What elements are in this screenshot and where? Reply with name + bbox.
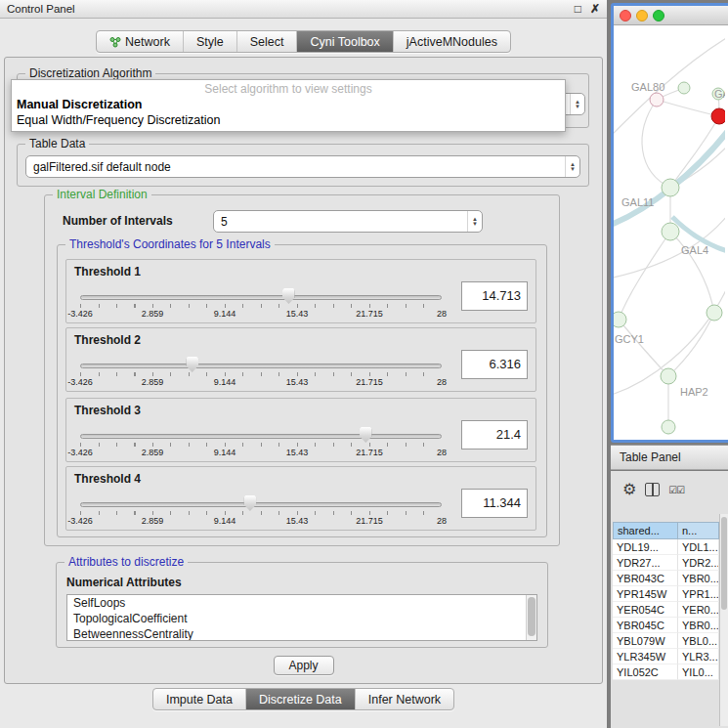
dropdown-item-manual-discretization[interactable]: Manual Discretization (12, 97, 565, 112)
network-node[interactable] (662, 420, 675, 434)
tab-style[interactable]: Style (184, 31, 237, 52)
table-panel-header: Table Panel (611, 445, 728, 470)
slider-track[interactable] (80, 295, 442, 300)
numerical-attributes-list[interactable]: SelfLoopsTopologicalCoefficientBetweenne… (66, 594, 537, 641)
stepper-down-icon: ▼ (472, 222, 478, 227)
columns-icon[interactable] (645, 483, 660, 496)
tab-infer-network[interactable]: Infer Network (356, 689, 453, 709)
close-button[interactable] (620, 10, 631, 21)
numerical-attribute-item[interactable]: TopologicalCoefficient (67, 611, 536, 626)
tab-cyni-toolbox[interactable]: Cyni Toolbox (297, 31, 393, 52)
control-panel-window: Control Panel □ ✗ Network Style Select C… (0, 0, 607, 728)
threshold-value-field[interactable]: 11.344 (461, 489, 528, 518)
slider-scale-label: 15.43 (286, 309, 309, 319)
table-cell[interactable]: YLR345W (613, 649, 678, 664)
threshold-slider[interactable]: -3.4262.8599.14415.4321.71528 (80, 500, 442, 528)
threshold-label: Threshold 4 (74, 472, 141, 486)
network-node[interactable] (707, 305, 722, 321)
table-cell[interactable]: YPR1... (678, 586, 719, 602)
table-cell[interactable]: YDR27... (613, 555, 678, 571)
table-cell[interactable]: YLR3... (678, 649, 719, 664)
threshold-panel: Threshold 1 -3.4262.8599.14415.4321.7152… (65, 259, 536, 323)
slider-handle[interactable] (360, 427, 372, 443)
table-cell[interactable]: YDR2... (678, 555, 719, 571)
zoom-button[interactable] (653, 10, 664, 21)
table-row[interactable]: YBL079WYBL0... (613, 633, 719, 649)
column-header[interactable]: n... (678, 522, 719, 539)
table-cell[interactable]: YPR145W (613, 586, 678, 602)
table-row[interactable]: YLR345WYLR3... (613, 649, 719, 664)
network-node-selected[interactable] (711, 108, 725, 124)
table-cell[interactable]: YER054C (613, 602, 678, 618)
table-cell[interactable]: YBL079W (613, 633, 678, 649)
gear-icon[interactable]: ⚙ (622, 482, 636, 497)
slider-track[interactable] (80, 434, 442, 439)
table-row[interactable]: YBR045CYBR0... (613, 618, 719, 633)
network-node[interactable] (614, 312, 626, 327)
table-row[interactable]: YPR145WYPR1... (613, 586, 719, 602)
column-header[interactable]: shared... (613, 522, 678, 539)
table-header-row: shared... n... (613, 522, 719, 539)
table-cell[interactable]: YBR045C (613, 618, 678, 633)
table-cell[interactable]: YIL052C (613, 664, 678, 680)
table-cell[interactable]: YDL1... (678, 539, 719, 555)
list-scrollbar[interactable] (526, 595, 536, 640)
table-row[interactable]: YIL052CYIL0... (613, 664, 719, 680)
network-window-titlebar (614, 6, 728, 25)
cyni-mode-tabs: Impute Data Discretize Data Infer Networ… (152, 688, 454, 710)
threshold-value-field[interactable]: 21.4 (461, 420, 528, 450)
table-cell[interactable]: YBR0... (678, 618, 719, 633)
scrollbar-thumb[interactable] (528, 597, 535, 636)
slider-handle[interactable] (282, 288, 295, 304)
table-data-combo[interactable]: galFiltered.sif default node ▲ ▼ (25, 155, 580, 178)
table-row[interactable]: YBR043CYBR0... (613, 571, 719, 586)
dropdown-item-equal-width-frequency[interactable]: Equal Width/Frequency Discretization (12, 112, 565, 128)
table-scrollbar[interactable] (719, 514, 728, 726)
float-window-icon[interactable]: □ (575, 3, 581, 15)
threshold-slider[interactable]: -3.4262.8599.14415.4321.71528 (80, 293, 442, 321)
threshold-label: Threshold 3 (74, 404, 141, 417)
slider-track[interactable] (80, 364, 442, 368)
table-row[interactable]: YER054CYER0... (613, 602, 719, 618)
slider-track[interactable] (80, 502, 442, 507)
table-cell[interactable]: YDL19... (613, 539, 678, 555)
threshold-slider[interactable]: -3.4262.8599.14415.4321.71528 (80, 432, 442, 459)
tab-jactivemnodules[interactable]: jActiveMNodules (394, 31, 510, 52)
network-node[interactable] (661, 368, 676, 384)
numerical-attribute-item[interactable]: SelfLoops (67, 595, 536, 611)
number-of-intervals-combo[interactable]: 5 ▲ ▼ (213, 210, 483, 233)
table-cell[interactable]: YER0... (678, 602, 719, 618)
network-node[interactable] (662, 223, 679, 240)
close-icon[interactable]: ✗ (590, 3, 600, 15)
tab-select[interactable]: Select (237, 31, 298, 52)
table-cell[interactable]: YBR0... (678, 571, 719, 586)
table-cell[interactable]: YIL0... (678, 664, 719, 680)
network-node[interactable] (650, 93, 664, 107)
numerical-attribute-item[interactable]: BetweennessCentrality (67, 626, 536, 641)
tab-discretize-data[interactable]: Discretize Data (246, 689, 356, 709)
tab-network[interactable]: Network (97, 31, 184, 52)
network-node[interactable] (678, 82, 690, 94)
tab-impute-data[interactable]: Impute Data (153, 689, 246, 709)
network-canvas-area[interactable]: GAL80 GA GAL11 GAL4 GCY1 HAP2 (614, 25, 728, 440)
network-node-label: GAL80 (631, 81, 664, 93)
table-rows: YDL19...YDL1...YDR27...YDR2...YBR043CYBR… (613, 539, 719, 680)
network-canvas[interactable]: GAL80 GA GAL11 GAL4 GCY1 HAP2 (614, 25, 725, 440)
minimize-button[interactable] (636, 10, 648, 21)
slider-handle[interactable] (243, 495, 256, 511)
top-tab-bar: Network Style Select Cyni Toolbox jActiv… (0, 30, 607, 53)
scrollbar-thumb[interactable] (721, 517, 727, 610)
apply-button[interactable]: Apply (274, 656, 334, 675)
network-node-label: GAL4 (681, 244, 708, 256)
table-cell[interactable]: YBR043C (613, 571, 678, 586)
threshold-value-field[interactable]: 6.316 (461, 350, 528, 379)
network-node[interactable] (662, 179, 679, 196)
table-cell[interactable]: YBL0... (678, 633, 719, 649)
select-rows-icon[interactable]: ☑☑ (668, 485, 684, 495)
slider-handle[interactable] (186, 357, 198, 372)
table-row[interactable]: YDL19...YDL1... (613, 539, 719, 555)
threshold-value-field[interactable]: 14.713 (461, 281, 528, 311)
slider-scale-label: 28 (437, 516, 447, 526)
threshold-slider[interactable]: -3.4262.8599.14415.4321.71528 (80, 362, 442, 389)
table-row[interactable]: YDR27...YDR2... (613, 555, 719, 571)
